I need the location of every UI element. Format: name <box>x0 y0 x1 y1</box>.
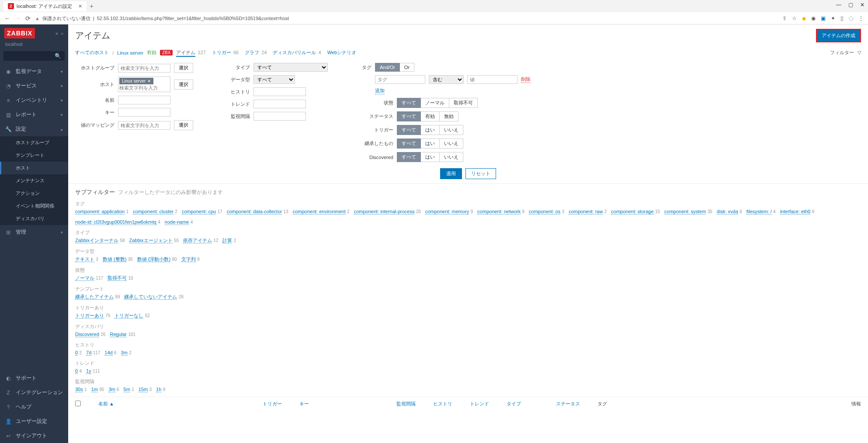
star-icon[interactable]: ☆ <box>792 15 797 21</box>
new-tab-icon[interactable]: + <box>90 3 94 10</box>
address-bar[interactable]: ▲ 保護されていない通信 | 52.55.102.31/zabbix/items… <box>35 15 778 22</box>
sf-item[interactable]: 計算 2 <box>222 237 236 244</box>
tag-name-input[interactable] <box>375 75 425 84</box>
sf-item[interactable]: node-id: cl2t3vgup0001fen1pw6okmtq 4 <box>75 219 160 225</box>
host-input[interactable] <box>119 85 167 90</box>
nav-設定[interactable]: 🔧設定▴ <box>0 122 68 136</box>
th-key[interactable]: キー <box>299 401 309 407</box>
th-status[interactable]: ステータス <box>556 401 580 407</box>
sf-item[interactable]: 文字列 9 <box>181 256 200 263</box>
th-name[interactable]: 名前 ▲ <box>98 401 114 407</box>
bc-all-hosts[interactable]: すべてのホスト <box>75 49 109 56</box>
nav-サービス[interactable]: ◔サービス▾ <box>0 79 68 93</box>
sf-item[interactable]: disk: xvda 8 <box>717 208 742 215</box>
sf-item[interactable]: component: network 9 <box>477 208 524 215</box>
create-item-button[interactable]: アイテムの作成 <box>816 29 861 42</box>
ext1-icon[interactable]: ◆ <box>802 15 806 21</box>
nav-ユーザー設定[interactable]: 👤ユーザー設定 <box>0 414 68 429</box>
hostgroup-input[interactable] <box>118 64 170 73</box>
nav-監視データ[interactable]: ◉監視データ▾ <box>0 64 68 79</box>
inh-no[interactable]: いいえ <box>440 138 463 149</box>
tag-val-input[interactable] <box>467 75 517 84</box>
sf-item[interactable]: トリガーなし 52 <box>115 312 149 319</box>
sf-item[interactable]: component: storage 15 <box>611 208 660 215</box>
collapse-icon[interactable]: « <box>56 31 58 36</box>
sf-item[interactable]: component: cpu 17 <box>182 208 222 215</box>
nav-サポート[interactable]: ◐サポート <box>0 371 68 385</box>
th-trend[interactable]: トレンド <box>470 401 489 407</box>
th-history[interactable]: ヒストリ <box>433 401 452 407</box>
profile-icon[interactable]: ◌ <box>849 15 853 21</box>
tag-op-select[interactable]: 含む <box>429 75 464 84</box>
valmap-input[interactable] <box>118 121 170 130</box>
apply-button[interactable]: 適用 <box>440 168 462 179</box>
nav-管理[interactable]: ⊞管理▾ <box>0 225 68 239</box>
sf-item[interactable]: 数値 (整数) 35 <box>103 256 133 263</box>
forward-icon[interactable]: → <box>15 15 21 22</box>
inh-all[interactable]: すべて <box>397 138 421 149</box>
status-dis[interactable]: 無効 <box>440 111 458 121</box>
nav-インベントリ[interactable]: ≡インベントリ▾ <box>0 93 68 107</box>
browser-tab[interactable]: Z localhost: アイテムの設定 ✕ <box>3 1 87 11</box>
sf-item[interactable]: 0 2 <box>75 350 82 356</box>
th-type[interactable]: タイプ <box>507 401 521 407</box>
sf-item[interactable]: テキスト 3 <box>75 256 98 263</box>
disc-no[interactable]: いいえ <box>440 152 463 162</box>
sf-item[interactable]: 数値 (浮動小数) 80 <box>137 256 177 263</box>
sf-item[interactable]: 継承していないアイテム 28 <box>124 294 183 300</box>
bc-tab-アイテム[interactable]: アイテム 127 <box>176 49 205 56</box>
select-all-checkbox[interactable] <box>75 401 81 406</box>
datatype-select[interactable]: すべて <box>253 75 295 84</box>
sf-item[interactable]: 1h 9 <box>156 386 165 392</box>
history-input[interactable] <box>253 87 306 96</box>
sf-item[interactable]: 依存アイテム 12 <box>183 237 218 244</box>
sf-item[interactable]: component: memory 9 <box>425 208 473 215</box>
name-input[interactable] <box>118 96 170 104</box>
sf-item[interactable]: 3m 2 <box>121 350 132 356</box>
subnav-アクション[interactable]: アクション <box>0 187 68 200</box>
bc-tab-ディスカバリルール[interactable]: ディスカバリルール 4 <box>273 49 321 56</box>
state-all[interactable]: すべて <box>397 98 421 108</box>
menu-icon[interactable]: ⋮ <box>858 15 864 21</box>
subnav-ホスト[interactable]: ホスト <box>0 162 68 174</box>
sf-item[interactable]: 30s 1 <box>75 386 87 392</box>
bc-tab-Webシナリオ[interactable]: Webシナリオ <box>327 49 357 56</box>
sf-item[interactable]: Discovered 26 <box>75 331 106 337</box>
inh-yes[interactable]: はい <box>421 138 440 149</box>
sf-item[interactable]: filesystem: / 4 <box>746 208 776 215</box>
win-maximize-icon[interactable]: ▢ <box>848 2 853 8</box>
hostgroup-select-btn[interactable]: 選択 <box>174 63 193 73</box>
bc-host[interactable]: Linux server <box>117 50 143 55</box>
share-icon[interactable]: ⇪ <box>782 15 787 21</box>
sf-item[interactable]: node-name 4 <box>165 219 193 225</box>
subnav-イベント相関関係[interactable]: イベント相関関係 <box>0 200 68 212</box>
sf-item[interactable]: component: internal-process 20 <box>354 208 421 215</box>
tag-andor-btn[interactable]: And/Or <box>375 63 400 72</box>
sf-item[interactable]: 3m 6 <box>108 386 119 392</box>
trig-no[interactable]: いいえ <box>440 125 463 135</box>
sf-item[interactable]: 15m 3 <box>139 386 152 392</box>
panel-icon[interactable]: ▯ <box>840 15 844 21</box>
sf-item[interactable]: interface: eth0 9 <box>780 208 815 215</box>
disc-yes[interactable]: はい <box>421 152 440 162</box>
sf-item[interactable]: component: data-collector 13 <box>227 208 288 215</box>
sf-item[interactable]: ノーマル 117 <box>75 275 103 281</box>
puzzle-icon[interactable]: ✦ <box>831 15 835 21</box>
sf-item[interactable]: component: cluster 2 <box>133 208 177 215</box>
subnav-テンプレート[interactable]: テンプレート <box>0 149 68 162</box>
nav-サインアウト[interactable]: ↩サインアウト <box>0 429 68 443</box>
nav-レポート[interactable]: ▥レポート▾ <box>0 107 68 122</box>
nav-ヘルプ[interactable]: ?ヘルプ <box>0 400 68 414</box>
tag-or-btn[interactable]: Or <box>400 63 414 72</box>
subnav-ホストグループ[interactable]: ホストグループ <box>0 136 68 149</box>
back-icon[interactable]: ← <box>4 15 10 22</box>
host-select-btn[interactable]: 選択 <box>174 80 193 90</box>
filter-icon[interactable]: ▽ <box>858 50 861 55</box>
win-minimize-icon[interactable]: — <box>836 2 841 8</box>
tab-close-icon[interactable]: ✕ <box>78 3 82 9</box>
tag-delete-link[interactable]: 削除 <box>521 76 531 83</box>
sf-item[interactable]: 14d 6 <box>104 350 116 356</box>
trend-input[interactable] <box>253 100 306 108</box>
sf-item[interactable]: Regular 101 <box>110 331 136 337</box>
sf-item[interactable]: 1m 95 <box>91 386 104 392</box>
